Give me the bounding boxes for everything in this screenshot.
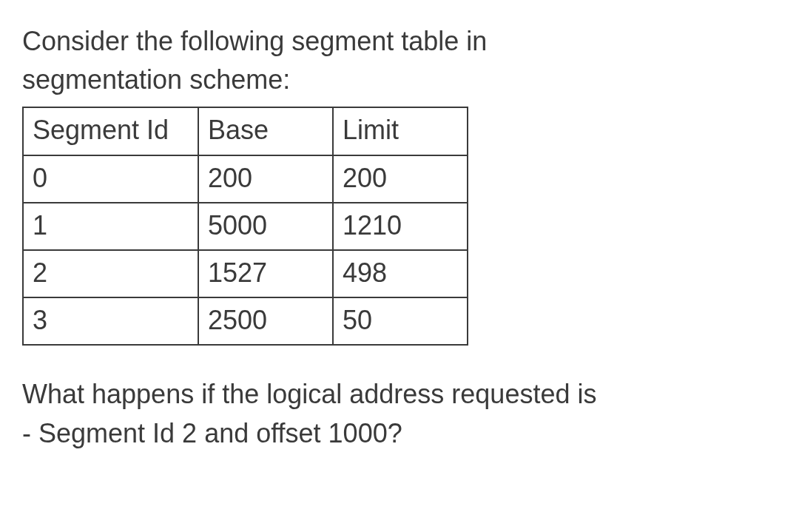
intro-text: Consider the following segment table in … [22, 22, 777, 99]
table-row: 2 1527 498 [23, 250, 468, 297]
cell-base: 2500 [198, 297, 333, 345]
header-limit: Limit [333, 107, 468, 155]
cell-segment-id: 2 [23, 250, 198, 297]
question-line2: - Segment Id 2 and offset 1000? [22, 418, 402, 448]
question-line1: What happens if the logical address requ… [22, 379, 596, 409]
cell-segment-id: 1 [23, 203, 198, 250]
question-text: What happens if the logical address requ… [22, 375, 777, 452]
cell-limit: 50 [333, 297, 468, 345]
table-header-row: Segment Id Base Limit [23, 107, 468, 155]
segment-table: Segment Id Base Limit 0 200 200 1 5000 1… [22, 107, 468, 346]
cell-segment-id: 0 [23, 155, 198, 203]
table-row: 1 5000 1210 [23, 203, 468, 250]
cell-base: 5000 [198, 203, 333, 250]
table-row: 3 2500 50 [23, 297, 468, 345]
cell-base: 200 [198, 155, 333, 203]
header-segment-id: Segment Id [23, 107, 198, 155]
cell-limit: 1210 [333, 203, 468, 250]
cell-base: 1527 [198, 250, 333, 297]
intro-line1: Consider the following segment table in [22, 26, 487, 56]
intro-line2: segmentation scheme: [22, 64, 290, 95]
cell-limit: 200 [333, 155, 468, 203]
cell-segment-id: 3 [23, 297, 198, 345]
cell-limit: 498 [333, 250, 468, 297]
header-base: Base [198, 107, 333, 155]
table-row: 0 200 200 [23, 155, 468, 203]
